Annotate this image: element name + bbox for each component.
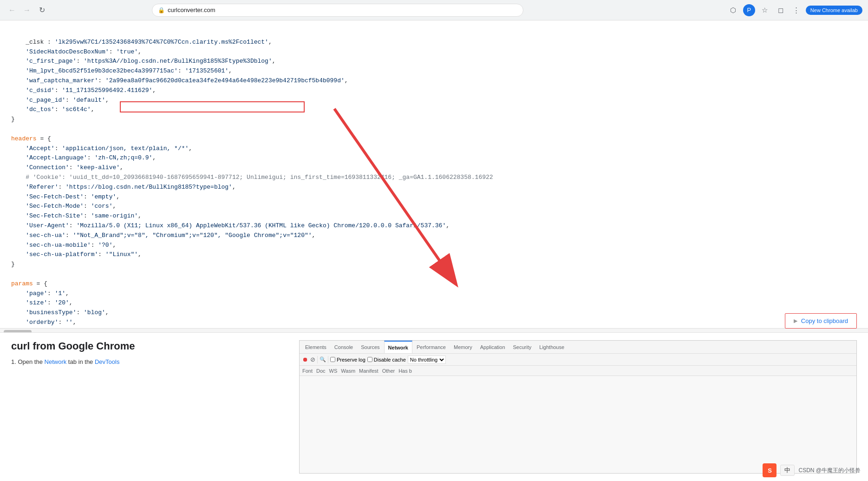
devtools-tab-sources[interactable]: Sources — [357, 341, 383, 353]
clear-button[interactable]: ⊘ — [310, 356, 315, 363]
disable-cache-checkbox[interactable]: Disable cache — [367, 357, 406, 362]
new-chrome-badge: New Chrome availab — [806, 6, 862, 15]
filter-other[interactable]: Other — [382, 368, 395, 374]
devtools-link[interactable]: DevTools — [95, 358, 119, 365]
nav-buttons: ← → ↻ — [6, 4, 48, 17]
throttling-select[interactable]: No throttling — [408, 356, 446, 364]
lock-icon: 🔒 — [158, 7, 165, 13]
bottom-section: curl from Google Chrome 1. Open the Netw… — [0, 332, 868, 481]
filter-ws[interactable]: WS — [329, 368, 338, 374]
star-button[interactable]: ☆ — [758, 4, 771, 17]
copy-to-clipboard-button[interactable]: ▶ Copy to clipboard — [785, 313, 857, 329]
bottom-title: curl from Google Chrome — [11, 340, 281, 352]
tab-button[interactable]: ◻ — [774, 4, 787, 17]
step1-text: 1. Open the Network tab in the DevTools — [11, 357, 281, 367]
browser-chrome: ← → ↻ 🔒 curlconverter.com ⬡ P ☆ ◻ ⋮ New … — [0, 0, 868, 20]
devtools-panel: Elements Console Sources Network Perform… — [299, 340, 857, 474]
csdn-logo: S — [763, 463, 777, 477]
devtools-tab-performance[interactable]: Performance — [413, 341, 450, 353]
extensions-button[interactable]: ⬡ — [727, 4, 740, 17]
menu-button[interactable]: ⋮ — [790, 4, 803, 17]
filter-has-blocked[interactable]: Has b — [398, 368, 412, 374]
devtools-tab-memory[interactable]: Memory — [450, 341, 476, 353]
devtools-tab-security[interactable]: Security — [509, 341, 535, 353]
page-body: _clsk : 'lk295vw%7C1/13524368493%7C4%7C0… — [0, 20, 868, 481]
devtools-tabbar: Elements Console Sources Network Perform… — [300, 341, 856, 354]
branding-area: S 中 CSDN @牛魔王的小怪兽 — [763, 463, 861, 477]
reload-button[interactable]: ↻ — [35, 4, 48, 17]
author-text: CSDN @牛魔王的小怪兽 — [798, 467, 861, 474]
network-link[interactable]: Network — [45, 358, 67, 365]
devtools-tab-application[interactable]: Application — [476, 341, 509, 353]
divider2 — [328, 356, 328, 363]
devtools-tab-console[interactable]: Console — [331, 341, 357, 353]
devtools-toolbar: ⏺ ⊘ 🔍 Preserve log Disable cache No thro — [300, 354, 856, 366]
devtools-filter-row: Font Doc WS Wasm Manifest Other Has b — [300, 366, 856, 376]
filter-manifest[interactable]: Manifest — [359, 368, 379, 374]
main-content: _clsk : 'lk295vw%7C1/13524368493%7C4%7C0… — [0, 20, 868, 481]
copy-button-label: Copy to clipboard — [801, 317, 848, 324]
user-avatar: P — [743, 4, 755, 16]
step1-prefix: 1. Open the — [11, 358, 45, 365]
filter-wasm[interactable]: Wasm — [341, 368, 355, 374]
copy-button-area: ▶ Copy to clipboard — [785, 313, 857, 329]
preserve-log-checkbox[interactable]: Preserve log — [330, 357, 365, 362]
filter-font[interactable]: Font — [302, 368, 313, 374]
lang-switcher[interactable]: 中 — [780, 465, 795, 476]
instructions-area: curl from Google Chrome 1. Open the Netw… — [11, 340, 281, 474]
devtools-tab-elements[interactable]: Elements — [301, 341, 330, 353]
back-button[interactable]: ← — [6, 4, 19, 17]
preserve-log-input[interactable] — [330, 357, 335, 362]
browser-actions: ⬡ P ☆ ◻ ⋮ New Chrome availab — [727, 4, 862, 17]
address-bar[interactable]: 🔒 curlconverter.com — [152, 4, 523, 17]
preserve-log-label: Preserve log — [337, 357, 365, 362]
url-text: curlconverter.com — [168, 7, 215, 13]
record-button[interactable]: ⏺ — [302, 356, 308, 363]
disable-cache-input[interactable] — [367, 357, 372, 362]
step1-middle: tab in the — [66, 358, 95, 365]
search-button[interactable]: 🔍 — [320, 356, 326, 362]
filter-doc[interactable]: Doc — [316, 368, 326, 374]
devtools-tab-lighthouse[interactable]: Lighthouse — [535, 341, 568, 353]
profile-button[interactable]: P — [743, 4, 756, 17]
disable-cache-label: Disable cache — [374, 357, 406, 362]
forward-button[interactable]: → — [20, 4, 33, 17]
divider1 — [317, 356, 318, 363]
devtools-tab-network[interactable]: Network — [384, 341, 412, 353]
copy-arrow-icon: ▶ — [794, 318, 797, 324]
